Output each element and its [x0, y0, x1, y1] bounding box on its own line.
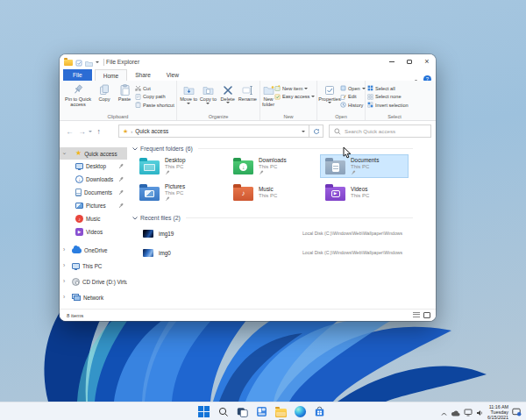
tab-file[interactable]: File — [63, 69, 92, 81]
rename-button[interactable]: Rename — [238, 82, 258, 102]
recent-files-header[interactable]: Recent files (2) — [132, 215, 413, 221]
taskbar-clock[interactable]: 11:16 AM Tuesday 6/15/2021 — [487, 404, 508, 420]
desktop-folder-icon — [139, 160, 160, 174]
properties-button[interactable]: Properties — [319, 82, 340, 103]
copy-path-button[interactable]: Copy path — [135, 94, 174, 100]
sidebar-item-documents[interactable]: Documents — [60, 186, 127, 199]
address-dropdown-caret[interactable] — [302, 131, 305, 132]
folder-tile-music[interactable]: ♪ Music This PC — [228, 181, 316, 204]
up-button[interactable]: ↑ — [93, 127, 104, 136]
expander-icon[interactable]: › — [63, 247, 65, 253]
network-tray-icon[interactable] — [464, 404, 473, 420]
minimize-button[interactable] — [383, 54, 401, 69]
edge-button[interactable] — [294, 405, 307, 418]
open-button[interactable]: Open — [340, 85, 366, 91]
widgets-button[interactable] — [255, 405, 268, 418]
file-explorer-taskbar-button[interactable] — [274, 405, 288, 418]
sidebar-item-cd-drive[interactable]: › CD Drive (D:) Virtual — [60, 274, 127, 289]
history-button[interactable]: History — [340, 102, 366, 108]
cut-button[interactable]: Cut — [135, 85, 174, 91]
folder-tile-desktop[interactable]: Desktop This PC — [134, 154, 223, 178]
tab-home[interactable]: Home — [95, 69, 128, 81]
qat-customize-caret[interactable] — [96, 61, 99, 63]
volume-tray-icon[interactable] — [476, 404, 484, 420]
tab-view[interactable]: View — [159, 69, 187, 81]
pictures-icon — [75, 203, 83, 209]
refresh-button[interactable] — [309, 125, 323, 138]
copy-button[interactable]: Copy — [95, 82, 114, 102]
folder-tile-pictures[interactable]: Pictures This PC — [134, 181, 223, 204]
file-explorer-window: File Explorer × File Home Share View ? — [60, 54, 436, 321]
sidebar-item-quick-access[interactable]: › ★ Quick access — [60, 147, 127, 160]
search-box[interactable] — [329, 125, 431, 138]
maximize-button[interactable] — [401, 54, 418, 69]
expander-icon[interactable]: › — [63, 279, 65, 284]
edit-button[interactable]: Edit — [340, 94, 366, 100]
expander-icon[interactable]: › — [61, 153, 67, 154]
sidebar-item-videos[interactable]: ▶ Videos — [60, 225, 127, 238]
sidebar-item-network[interactable]: › Network — [60, 289, 127, 305]
navigation-pane: › ★ Quick access Desktop ↓ Downloads Doc… — [60, 140, 127, 309]
recent-file-row[interactable]: img19 Local Disk (C:)\Windows\Web\Wallpa… — [132, 225, 430, 241]
details-view-icon[interactable] — [413, 312, 420, 318]
new-small-column: New item Easy access — [274, 82, 315, 100]
sidebar-item-this-pc[interactable]: › This PC — [60, 258, 127, 274]
tab-share[interactable]: Share — [127, 69, 159, 81]
tile-location: This PC — [259, 164, 287, 170]
select-all-label: Select all — [375, 86, 395, 91]
sidebar-label: Pictures — [86, 203, 106, 209]
file-path: Local Disk (C:)\Windows\Web\Wallpaper\Wi… — [302, 250, 402, 255]
titlebar[interactable]: File Explorer × — [60, 54, 436, 69]
large-icons-view-icon[interactable] — [423, 312, 430, 318]
ribbon-group-open: Properties Open Edit — [317, 81, 366, 120]
sidebar-item-downloads[interactable]: ↓ Downloads — [60, 173, 127, 186]
quick-access-star-icon: ★ — [123, 128, 128, 134]
start-button[interactable] — [197, 405, 210, 418]
task-view-button[interactable] — [236, 405, 249, 418]
search-input[interactable] — [345, 128, 426, 134]
notifications-button[interactable] — [512, 404, 522, 420]
new-folder-button[interactable]: New folder — [262, 82, 274, 107]
clipboard-group-label: Clipboard — [60, 113, 176, 120]
delete-button[interactable]: Delete — [218, 82, 238, 103]
taskbar-search-button[interactable] — [217, 405, 230, 418]
paste-shortcut-button[interactable]: Paste shortcut — [135, 102, 174, 108]
sidebar-item-onedrive[interactable]: › OneDrive — [60, 242, 127, 258]
back-button[interactable]: ← — [64, 127, 75, 136]
address-bar[interactable]: ★ › Quick access — [118, 125, 309, 138]
expander-icon[interactable]: › — [63, 263, 65, 268]
pin-icon — [165, 170, 170, 175]
onedrive-tray-icon[interactable] — [451, 404, 460, 420]
move-to-button[interactable]: Move to — [179, 82, 198, 104]
forward-button[interactable]: → — [76, 127, 88, 136]
microsoft-store-button[interactable] — [313, 405, 326, 418]
folder-tile-downloads[interactable]: ↓ Downloads This PC — [228, 154, 316, 178]
select-none-button[interactable]: Select none — [367, 94, 409, 100]
folder-tile-documents[interactable]: Documents This PC — [320, 154, 409, 178]
folder-tile-videos[interactable]: ▶ Videos This PC — [320, 181, 409, 204]
sidebar-item-desktop[interactable]: Desktop — [60, 160, 127, 173]
pin-to-quick-access-button[interactable]: Pin to Quick access — [61, 82, 95, 107]
recent-file-row[interactable]: img0 Local Disk (C:)\Windows\Web\Wallpap… — [132, 245, 430, 260]
new-item-button[interactable]: New item — [274, 85, 315, 91]
select-all-button[interactable]: Select all — [367, 85, 409, 91]
breadcrumb-location[interactable]: Quick access — [135, 128, 299, 134]
tray-expand-button[interactable] — [441, 404, 447, 420]
copy-to-button[interactable]: Copy to — [198, 82, 217, 104]
recent-locations-caret[interactable] — [89, 131, 92, 132]
desktop[interactable]: File Explorer × File Home Share View ? — [0, 0, 526, 420]
paste-button[interactable]: Paste — [114, 82, 135, 102]
qat-new-folder-icon[interactable] — [85, 54, 93, 70]
paste-shortcut-icon — [135, 102, 141, 108]
onedrive-icon — [72, 248, 82, 253]
sidebar-item-music[interactable]: ♪ Music — [60, 212, 127, 225]
qat-properties-icon[interactable] — [75, 54, 82, 70]
invert-selection-button[interactable]: Invert selection — [367, 102, 409, 108]
frequent-folders-header[interactable]: Frequent folders (6) — [132, 146, 413, 152]
easy-access-button[interactable]: Easy access — [274, 94, 315, 100]
window-body: › ★ Quick access Desktop ↓ Downloads Doc… — [60, 140, 436, 309]
close-button[interactable]: × — [418, 54, 436, 69]
sidebar-item-pictures[interactable]: Pictures — [60, 199, 127, 212]
expander-icon[interactable]: › — [63, 295, 65, 300]
easy-access-icon — [274, 94, 281, 100]
